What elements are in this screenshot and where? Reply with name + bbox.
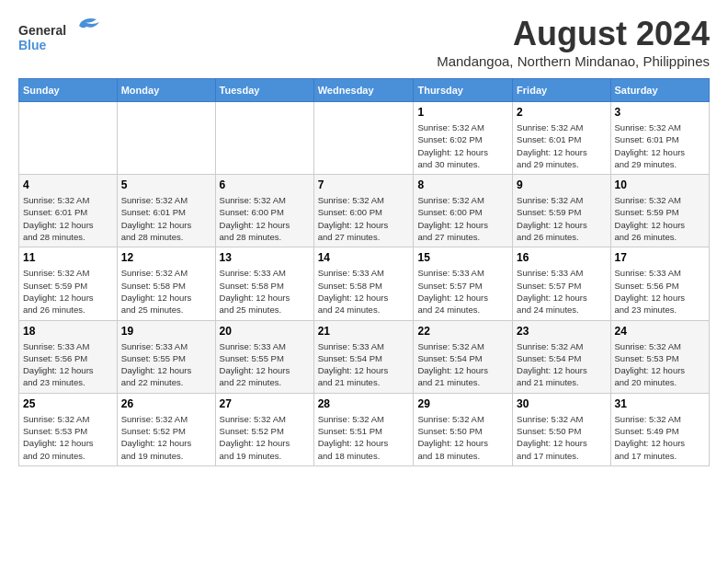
weekday-header-sunday: Sunday [19,79,118,102]
day-info: Sunrise: 5:33 AM Sunset: 5:56 PM Dayligh… [23,340,113,389]
calendar-cell: 15Sunrise: 5:33 AM Sunset: 5:57 PM Dayli… [414,247,513,320]
day-info: Sunrise: 5:32 AM Sunset: 5:59 PM Dayligh… [517,194,606,243]
day-info: Sunrise: 5:32 AM Sunset: 5:53 PM Dayligh… [23,413,113,462]
weekday-header-monday: Monday [117,79,215,102]
calendar-cell: 4Sunrise: 5:32 AM Sunset: 6:01 PM Daylig… [19,175,118,247]
calendar-cell: 7Sunrise: 5:32 AM Sunset: 6:00 PM Daylig… [313,175,414,247]
calendar-cell: 25Sunrise: 5:32 AM Sunset: 5:53 PM Dayli… [19,393,118,465]
day-number: 10 [615,178,705,191]
title-block: August 2024 Mandangoa, Northern Mindanao… [437,15,710,69]
calendar-cell [117,102,215,175]
day-info: Sunrise: 5:33 AM Sunset: 5:57 PM Dayligh… [417,267,508,316]
day-info: Sunrise: 5:33 AM Sunset: 5:58 PM Dayligh… [318,267,410,316]
day-number: 20 [220,325,310,338]
day-info: Sunrise: 5:32 AM Sunset: 5:49 PM Dayligh… [615,413,705,462]
day-number: 22 [417,325,508,338]
day-info: Sunrise: 5:32 AM Sunset: 6:01 PM Dayligh… [615,121,705,170]
weekday-header-wednesday: Wednesday [313,79,414,102]
calendar-week-3: 11Sunrise: 5:32 AM Sunset: 5:59 PM Dayli… [19,247,710,320]
day-info: Sunrise: 5:33 AM Sunset: 5:58 PM Dayligh… [220,267,310,316]
day-number: 27 [220,397,310,410]
calendar-cell: 9Sunrise: 5:32 AM Sunset: 5:59 PM Daylig… [513,175,610,247]
calendar-cell: 28Sunrise: 5:32 AM Sunset: 5:51 PM Dayli… [313,393,414,465]
day-number: 28 [318,397,410,410]
day-number: 18 [23,325,113,338]
calendar-cell [215,102,313,175]
calendar-cell: 13Sunrise: 5:33 AM Sunset: 5:58 PM Dayli… [215,247,313,320]
day-number: 26 [121,397,211,410]
calendar-cell: 2Sunrise: 5:32 AM Sunset: 6:01 PM Daylig… [513,102,610,175]
weekday-header-thursday: Thursday [414,79,513,102]
day-number: 7 [318,178,410,191]
day-info: Sunrise: 5:32 AM Sunset: 5:58 PM Dayligh… [121,267,211,316]
calendar-cell: 11Sunrise: 5:32 AM Sunset: 5:59 PM Dayli… [19,247,118,320]
calendar-cell: 22Sunrise: 5:32 AM Sunset: 5:54 PM Dayli… [414,320,513,393]
day-number: 24 [615,325,705,338]
day-info: Sunrise: 5:32 AM Sunset: 5:52 PM Dayligh… [121,413,211,462]
day-number: 29 [417,397,508,410]
calendar-week-4: 18Sunrise: 5:33 AM Sunset: 5:56 PM Dayli… [19,320,710,393]
calendar-cell: 31Sunrise: 5:32 AM Sunset: 5:49 PM Dayli… [610,393,709,465]
day-number: 14 [318,251,410,264]
calendar-cell: 27Sunrise: 5:32 AM Sunset: 5:52 PM Dayli… [215,393,313,465]
day-info: Sunrise: 5:32 AM Sunset: 5:50 PM Dayligh… [417,413,508,462]
weekday-header-row: SundayMondayTuesdayWednesdayThursdayFrid… [19,79,710,102]
calendar-cell: 24Sunrise: 5:32 AM Sunset: 5:53 PM Dayli… [610,320,709,393]
header: General Blue August 2024 Mandangoa, Nort… [18,15,710,69]
calendar-cell: 26Sunrise: 5:32 AM Sunset: 5:52 PM Dayli… [117,393,215,465]
day-number: 11 [23,251,113,264]
calendar-cell: 6Sunrise: 5:32 AM Sunset: 6:00 PM Daylig… [215,175,313,247]
day-number: 17 [615,251,705,264]
day-number: 9 [517,178,606,191]
day-info: Sunrise: 5:33 AM Sunset: 5:55 PM Dayligh… [121,340,211,389]
day-info: Sunrise: 5:32 AM Sunset: 5:54 PM Dayligh… [417,340,508,389]
day-info: Sunrise: 5:32 AM Sunset: 6:00 PM Dayligh… [318,194,410,243]
day-number: 15 [417,251,508,264]
day-info: Sunrise: 5:32 AM Sunset: 5:54 PM Dayligh… [517,340,606,389]
day-number: 30 [517,397,606,410]
calendar-cell: 10Sunrise: 5:32 AM Sunset: 5:59 PM Dayli… [610,175,709,247]
day-info: Sunrise: 5:32 AM Sunset: 5:53 PM Dayligh… [615,340,705,389]
calendar-cell: 20Sunrise: 5:33 AM Sunset: 5:55 PM Dayli… [215,320,313,393]
day-number: 21 [318,325,410,338]
day-number: 8 [417,178,508,191]
calendar-cell: 5Sunrise: 5:32 AM Sunset: 6:01 PM Daylig… [117,175,215,247]
day-info: Sunrise: 5:32 AM Sunset: 5:59 PM Dayligh… [23,267,113,316]
calendar-week-1: 1Sunrise: 5:32 AM Sunset: 6:02 PM Daylig… [19,102,710,175]
day-info: Sunrise: 5:32 AM Sunset: 6:01 PM Dayligh… [121,194,211,243]
logo-svg: General Blue [18,15,101,55]
day-number: 19 [121,325,211,338]
day-info: Sunrise: 5:32 AM Sunset: 6:01 PM Dayligh… [23,194,113,243]
day-number: 12 [121,251,211,264]
calendar-cell: 30Sunrise: 5:32 AM Sunset: 5:50 PM Dayli… [513,393,610,465]
day-info: Sunrise: 5:33 AM Sunset: 5:55 PM Dayligh… [220,340,310,389]
month-year: August 2024 [437,15,710,53]
day-info: Sunrise: 5:33 AM Sunset: 5:57 PM Dayligh… [517,267,606,316]
calendar-cell: 18Sunrise: 5:33 AM Sunset: 5:56 PM Dayli… [19,320,118,393]
calendar-cell: 12Sunrise: 5:32 AM Sunset: 5:58 PM Dayli… [117,247,215,320]
calendar-week-2: 4Sunrise: 5:32 AM Sunset: 6:01 PM Daylig… [19,175,710,247]
calendar-cell: 14Sunrise: 5:33 AM Sunset: 5:58 PM Dayli… [313,247,414,320]
calendar-cell: 16Sunrise: 5:33 AM Sunset: 5:57 PM Dayli… [513,247,610,320]
weekday-header-saturday: Saturday [610,79,709,102]
day-number: 1 [417,106,508,119]
weekday-header-friday: Friday [513,79,610,102]
calendar-cell: 1Sunrise: 5:32 AM Sunset: 6:02 PM Daylig… [414,102,513,175]
day-info: Sunrise: 5:32 AM Sunset: 5:50 PM Dayligh… [517,413,606,462]
day-info: Sunrise: 5:32 AM Sunset: 6:01 PM Dayligh… [517,121,606,170]
calendar-cell [313,102,414,175]
calendar-cell: 8Sunrise: 5:32 AM Sunset: 6:00 PM Daylig… [414,175,513,247]
calendar-cell: 3Sunrise: 5:32 AM Sunset: 6:01 PM Daylig… [610,102,709,175]
calendar-cell: 21Sunrise: 5:33 AM Sunset: 5:54 PM Dayli… [313,320,414,393]
day-info: Sunrise: 5:33 AM Sunset: 5:56 PM Dayligh… [615,267,705,316]
day-info: Sunrise: 5:32 AM Sunset: 5:51 PM Dayligh… [318,413,410,462]
calendar-week-5: 25Sunrise: 5:32 AM Sunset: 5:53 PM Dayli… [19,393,710,465]
logo: General Blue [18,15,101,55]
calendar-cell: 23Sunrise: 5:32 AM Sunset: 5:54 PM Dayli… [513,320,610,393]
day-info: Sunrise: 5:32 AM Sunset: 6:00 PM Dayligh… [220,194,310,243]
day-number: 5 [121,178,211,191]
svg-text:Blue: Blue [18,38,47,52]
location: Mandangoa, Northern Mindanao, Philippine… [437,53,710,69]
day-number: 13 [220,251,310,264]
day-info: Sunrise: 5:32 AM Sunset: 6:00 PM Dayligh… [417,194,508,243]
